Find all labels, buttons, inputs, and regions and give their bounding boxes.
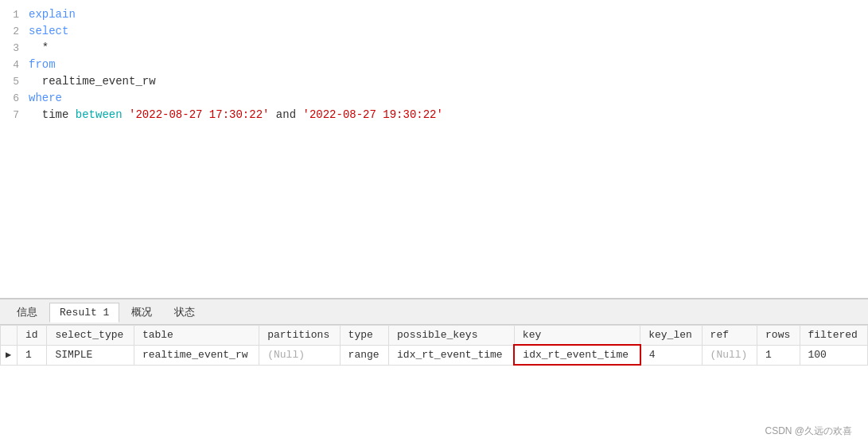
line-content: explain: [29, 6, 868, 22]
code-line: 6where: [0, 90, 868, 107]
cell-ref: (Null): [702, 345, 757, 365]
line-number: 7: [0, 108, 29, 123]
watermark: CSDN @久远の欢喜: [765, 424, 852, 438]
bottom-panel: 信息Result 1概况状态 idselect_typetablepartiti…: [0, 299, 868, 446]
cell-id: 1: [18, 345, 47, 365]
col-header-id: id: [18, 326, 47, 346]
col-header-key: key: [514, 326, 640, 346]
col-header-select_type: select_type: [47, 326, 134, 346]
code-editor[interactable]: 1explain2select3 *4from5 realtime_event_…: [0, 0, 868, 299]
line-number: 5: [0, 74, 29, 90]
tab-信息[interactable]: 信息: [6, 301, 48, 323]
col-header-partitions: partitions: [259, 326, 340, 346]
line-content: select: [29, 23, 868, 39]
col-header-key_len: key_len: [640, 326, 702, 346]
cell-filtered: 100: [800, 345, 867, 365]
code-line: 4from: [0, 57, 868, 73]
col-header-type: type: [340, 326, 388, 346]
line-content: from: [29, 57, 868, 72]
tab-概况[interactable]: 概况: [121, 301, 162, 323]
cell-key_len: 4: [640, 345, 702, 365]
tab-Result 1[interactable]: Result 1: [49, 303, 119, 323]
col-header-possible_keys: possible_keys: [389, 326, 515, 346]
cell-rows: 1: [757, 345, 800, 365]
line-content: where: [29, 90, 868, 106]
cell-possible_keys: idx_rt_event_time: [389, 345, 515, 365]
cell-key: idx_rt_event_time: [514, 345, 640, 365]
line-content: *: [29, 40, 868, 56]
col-header-filtered: filtered: [800, 326, 867, 346]
code-line: 1explain: [0, 6, 868, 23]
cell-partitions: (Null): [259, 345, 340, 365]
code-line: 7 time between '2022-08-27 17:30:22' and…: [0, 107, 868, 123]
col-header-table: table: [134, 326, 259, 346]
cell-select_type: SIMPLE: [47, 345, 134, 365]
code-line: 3 *: [0, 40, 868, 57]
result-table: idselect_typetablepartitionstypepossible…: [0, 325, 868, 366]
cell-table: realtime_event_rw: [134, 345, 259, 365]
line-content: time between '2022-08-27 17:30:22' and '…: [29, 107, 868, 123]
cell-type: range: [340, 345, 388, 365]
line-number: 4: [0, 57, 29, 73]
tabs-bar: 信息Result 1概况状态: [0, 299, 868, 325]
line-content: realtime_event_rw: [29, 73, 868, 89]
col-header-rows: rows: [757, 326, 800, 346]
line-number: 1: [0, 7, 29, 23]
line-number: 6: [0, 91, 29, 107]
tab-状态[interactable]: 状态: [164, 301, 205, 323]
col-indicator: [1, 326, 18, 346]
line-number: 2: [0, 24, 29, 40]
code-line: 5 realtime_event_rw: [0, 73, 868, 90]
code-line: 2select: [0, 23, 868, 40]
col-header-ref: ref: [702, 326, 757, 346]
table-row: ▶1SIMPLErealtime_event_rw(Null)rangeidx_…: [1, 345, 868, 365]
row-indicator: ▶: [1, 345, 18, 365]
line-number: 3: [0, 41, 29, 57]
result-table-area[interactable]: idselect_typetablepartitionstypepossible…: [0, 325, 868, 446]
